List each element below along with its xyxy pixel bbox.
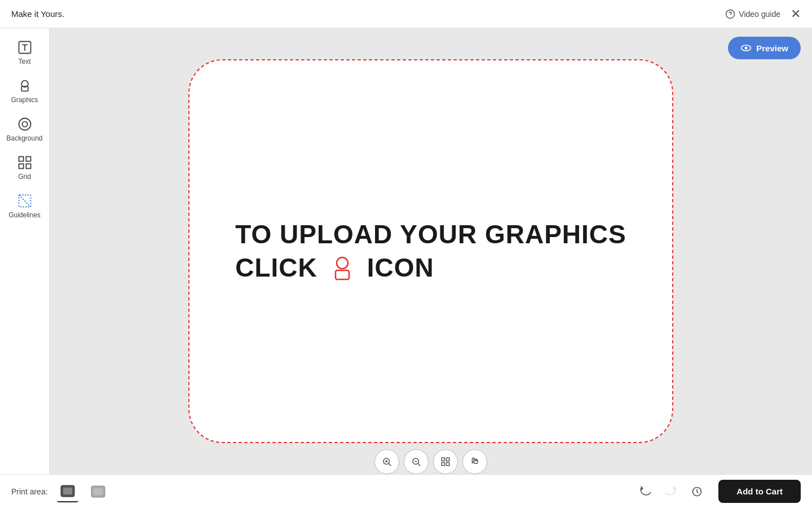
graphics-icon: [17, 78, 33, 94]
svg-line-14: [19, 195, 30, 207]
sidebar-item-guidelines[interactable]: Guidelines: [2, 187, 47, 225]
sidebar-item-background[interactable]: Background: [2, 111, 47, 148]
svg-rect-27: [447, 458, 449, 461]
sidebar-item-text[interactable]: Text: [2, 34, 47, 71]
preview-button[interactable]: Preview: [728, 37, 801, 59]
svg-line-20: [389, 463, 391, 466]
svg-rect-9: [19, 157, 23, 161]
pan-icon: [470, 457, 480, 467]
canvas-wrapper: TO UPLOAD YOUR GRAPHICS CLICK ICON: [188, 59, 673, 443]
close-button[interactable]: ✕: [791, 8, 801, 20]
print-area-front[interactable]: [57, 481, 78, 502]
svg-line-24: [418, 463, 421, 466]
pan-button[interactable]: [462, 449, 487, 474]
undo-button[interactable]: [635, 481, 655, 502]
redo-icon: [665, 486, 677, 497]
canvas-toolbar: [374, 449, 487, 474]
history-icon: [691, 486, 703, 497]
svg-rect-10: [26, 157, 30, 161]
eye-icon: [740, 42, 752, 54]
history-button[interactable]: [687, 481, 707, 502]
add-to-cart-button[interactable]: Add to Cart: [718, 480, 801, 503]
sidebar-item-grid[interactable]: Grid: [2, 149, 47, 186]
zoom-in-icon: [382, 457, 392, 467]
canvas-upload-text: TO UPLOAD YOUR GRAPHICS: [235, 219, 626, 249]
print-area-label: Print area:: [11, 487, 48, 496]
svg-rect-18: [336, 270, 349, 279]
svg-rect-29: [447, 463, 449, 466]
topbar: Make it Yours. Video guide ✕: [0, 0, 812, 28]
svg-point-17: [337, 257, 348, 269]
svg-rect-33: [94, 488, 103, 495]
guidelines-icon: [17, 193, 33, 209]
canvas[interactable]: TO UPLOAD YOUR GRAPHICS CLICK ICON: [188, 59, 673, 443]
canvas-click-text: CLICK ICON: [235, 252, 626, 283]
redo-button[interactable]: [661, 481, 681, 502]
background-icon: [17, 116, 33, 132]
question-icon: [725, 9, 735, 19]
brand-title: Make it Yours.: [11, 9, 64, 19]
canvas-instructions: TO UPLOAD YOUR GRAPHICS CLICK ICON: [235, 219, 626, 283]
grid-icon: [17, 155, 33, 170]
svg-rect-31: [63, 488, 72, 494]
text-icon: [17, 40, 33, 55]
topbar-right: Video guide ✕: [725, 8, 801, 20]
canvas-area: Preview TO UPLOAD YOUR GRAPHICS CLICK IC…: [50, 28, 812, 474]
svg-rect-12: [26, 164, 30, 168]
fit-button[interactable]: [433, 449, 458, 474]
svg-rect-28: [442, 463, 444, 466]
zoom-out-button[interactable]: [404, 449, 429, 474]
fit-icon: [440, 457, 451, 467]
sidebar-item-graphics[interactable]: Graphics: [2, 72, 47, 110]
undo-icon: [639, 486, 651, 497]
bottombar: Print area:: [0, 474, 812, 508]
inline-graphics-icon: [326, 252, 358, 283]
print-area-back[interactable]: [87, 481, 109, 502]
sidebar: Text Graphics Background Grid Guid: [0, 28, 50, 508]
zoom-out-icon: [411, 457, 421, 467]
svg-rect-26: [442, 458, 444, 461]
svg-point-7: [19, 119, 30, 130]
video-guide-button[interactable]: Video guide: [725, 9, 780, 19]
front-thumb-icon: [59, 482, 77, 500]
zoom-in-button[interactable]: [374, 449, 399, 474]
svg-rect-11: [19, 164, 23, 168]
svg-point-8: [22, 121, 27, 126]
print-area-section: Print area:: [11, 481, 109, 502]
back-thumb-icon: [89, 483, 107, 501]
svg-point-16: [745, 47, 748, 50]
bottom-actions: Add to Cart: [635, 480, 801, 503]
